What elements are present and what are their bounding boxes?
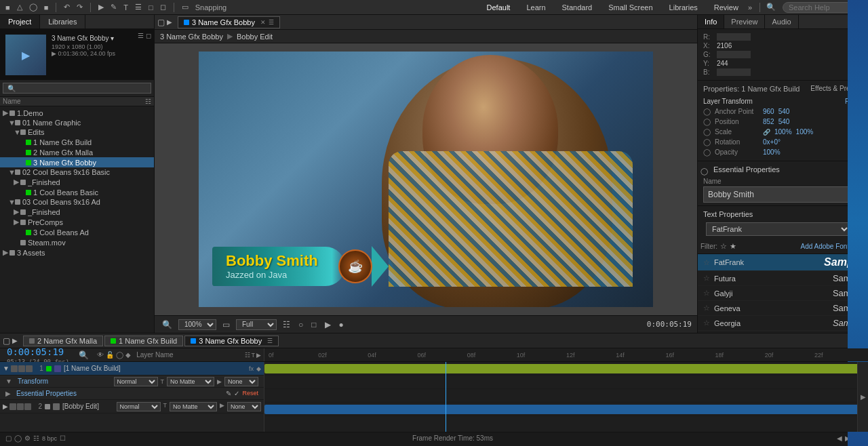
snapping-icon[interactable]: ▭ (180, 3, 190, 12)
open-icon[interactable]: ◯ (28, 3, 39, 12)
more-workspaces-icon[interactable]: » (747, 3, 753, 12)
layer1-expand-arrow[interactable]: ▼ (3, 365, 9, 372)
tl-tab-menu-icon[interactable]: ☰ (267, 338, 273, 344)
tl-expand-btn[interactable]: ▶ (857, 362, 868, 432)
layer1-mask-icon[interactable]: ◆ (256, 365, 261, 372)
tree-item-steam[interactable]: ▶ Steam.mov (0, 237, 154, 247)
workspace-default[interactable]: Default (483, 2, 515, 13)
layer2-matte-select[interactable]: No Matte (170, 402, 217, 411)
tl-parent-col-icon[interactable]: ▶ (256, 352, 261, 359)
select-icon[interactable]: ▶ (97, 3, 105, 12)
quality-select[interactable]: Full (236, 319, 277, 330)
tab-info[interactable]: Info (698, 15, 724, 28)
tree-item-name-graphic[interactable]: ▼ 01 Name Graphic (0, 118, 154, 127)
prop-pos-x[interactable]: 852 (763, 118, 774, 125)
prop-anchor-x[interactable]: 960 (763, 108, 774, 115)
tl-solo-icon[interactable]: ◯ (116, 351, 123, 359)
font-item-galyji[interactable]: ☆ Galyji Sample (698, 286, 868, 301)
status-left-icon[interactable]: ◀ (837, 434, 842, 442)
layer2-lock-icon[interactable] (24, 403, 31, 410)
info-g-value[interactable] (717, 51, 751, 58)
filter-active-icon[interactable]: ★ (730, 242, 736, 251)
camera-icon[interactable]: ● (337, 320, 346, 329)
status-comp-icon[interactable]: ▢ (5, 434, 12, 442)
layer1-effects-icon[interactable]: fx (249, 365, 254, 372)
info-b-value[interactable] (717, 68, 751, 76)
layer2-expand-arrow[interactable]: ▶ (3, 403, 8, 410)
font-star-geneva[interactable]: ☆ (703, 304, 710, 312)
tl-mode-col-icon[interactable]: ☷ (245, 352, 250, 359)
layer1-reset-label[interactable]: Reset (242, 390, 258, 397)
status-cache-icon[interactable]: ☐ (60, 434, 66, 442)
layer1-matte-select[interactable]: No Matte (167, 377, 214, 386)
workspace-libraries[interactable]: Libraries (665, 2, 702, 13)
text-icon[interactable]: T (122, 3, 130, 12)
essential-stopwatch-icon[interactable]: ◯ (701, 167, 708, 175)
font-star-georgia[interactable]: ☆ (703, 319, 710, 327)
search-tl-icon[interactable]: 🔍 (79, 350, 89, 360)
workspace-review[interactable]: Review (710, 2, 743, 13)
tab-preview[interactable]: Preview (724, 15, 765, 28)
status-render-icon[interactable]: ◯ (14, 434, 22, 442)
tree-item-malla[interactable]: ▶ 2 Name Gfx Malla (0, 147, 154, 157)
fit-icon[interactable]: ▭ (220, 320, 232, 329)
eraser-icon[interactable]: ◻ (159, 3, 167, 12)
scale-link-icon[interactable]: 🔗 (763, 129, 770, 136)
tree-item-precomps[interactable]: ▶ PreComps (0, 217, 154, 227)
prop-opacity-val[interactable]: 100% (763, 148, 781, 156)
tree-item-finished1[interactable]: ▶ _Finished (0, 177, 154, 187)
playhead[interactable] (446, 362, 446, 432)
tree-item-bobby[interactable]: ▶ 3 Name Gfx Bobby (0, 157, 154, 167)
filter-star-icon[interactable]: ☆ (720, 242, 727, 251)
font-star-galyji[interactable]: ☆ (703, 289, 710, 298)
tree-item-assets[interactable]: ▶ 3 Assets (0, 247, 154, 258)
tree-item-cbad[interactable]: ▶ 3 Cool Beans Ad (0, 227, 154, 237)
workspace-standard[interactable]: Standard (558, 2, 597, 13)
panel-menu-icon[interactable]: ☰ (138, 32, 144, 39)
tab-libraries[interactable]: Libraries (40, 15, 85, 28)
font-select[interactable]: FatFrank (706, 222, 850, 236)
layer-1-row[interactable]: ▼ 1 [1 Name Gfx Build] fx ◆ (0, 362, 264, 376)
snap-label[interactable]: Snapping (194, 3, 229, 12)
brush-icon[interactable]: ☰ (134, 3, 143, 12)
tree-item-build[interactable]: ▶ 1 Name Gfx Build (0, 137, 154, 147)
layer2-parent-select[interactable]: None (227, 402, 261, 411)
breadcrumb-comp[interactable]: 3 Name Gfx Bobby (160, 33, 223, 41)
layer1-ess-check-icon[interactable]: ✓ (234, 390, 239, 397)
layer1-ess-arrow[interactable]: ▶ (5, 390, 11, 397)
workspace-learn[interactable]: Learn (522, 2, 549, 13)
breadcrumb-edit[interactable]: Bobby Edit (237, 33, 273, 41)
workspace-small-screen[interactable]: Small Screen (604, 2, 656, 13)
comp-tab-active[interactable]: 3 Name Gfx Bobby ✕ ☰ (178, 16, 280, 28)
layer1-mode-select[interactable]: Normal (114, 377, 158, 386)
tl-tab-bobby[interactable]: 3 Name Gfx Bobby ☰ (184, 336, 279, 346)
layer1-solo-icon[interactable] (18, 365, 25, 372)
prop-anchor-y[interactable]: 540 (778, 108, 790, 115)
scale-stopwatch-icon[interactable]: ◯ (703, 128, 711, 136)
layer1-sub-arrow[interactable]: ▼ (5, 378, 12, 385)
prop-scale-x[interactable]: 100% (774, 128, 792, 136)
tl-track-col-icon[interactable]: T (252, 352, 256, 359)
tl-expand-icon[interactable]: ▶ (861, 393, 866, 401)
comp-tab-menu[interactable]: ☰ (269, 19, 274, 26)
tree-item-demo[interactable]: ▶ 1.Demo (0, 108, 154, 118)
undo-icon[interactable]: ↶ (62, 3, 71, 12)
font-item-futura[interactable]: ☆ Futura Sample (698, 271, 868, 286)
layer1-eye-icon[interactable] (11, 365, 18, 372)
prop-scale-y[interactable]: 100% (796, 128, 814, 136)
tree-item-coolbeans9x16[interactable]: ▼ 02 Cool Beans 9x16 Basic (0, 167, 154, 177)
status-grid-icon[interactable]: ☷ (33, 434, 39, 442)
zoom-select[interactable]: 100% (178, 319, 216, 330)
grid-icon[interactable]: ☷ (281, 320, 292, 329)
column-grid-icon[interactable]: ☷ (145, 98, 151, 105)
redo-icon[interactable]: ↷ (75, 3, 84, 12)
opacity-stopwatch-icon[interactable]: ◯ (703, 148, 711, 156)
font-star-futura[interactable]: ☆ (703, 274, 710, 283)
font-item-geneva[interactable]: ☆ Geneva Sample (698, 301, 868, 316)
prop-rotation-val[interactable]: 0x+0° (763, 138, 781, 146)
add-fonts-button[interactable]: Add Adobe Fonts: (800, 243, 854, 250)
tl-tab-build[interactable]: 1 Name Gfx Build (104, 336, 183, 346)
status-settings-icon[interactable]: ⚙ (24, 434, 31, 442)
tree-item-finished2[interactable]: ▶ _Finished (0, 207, 154, 217)
anchor-stopwatch-icon[interactable]: ◯ (703, 108, 711, 115)
